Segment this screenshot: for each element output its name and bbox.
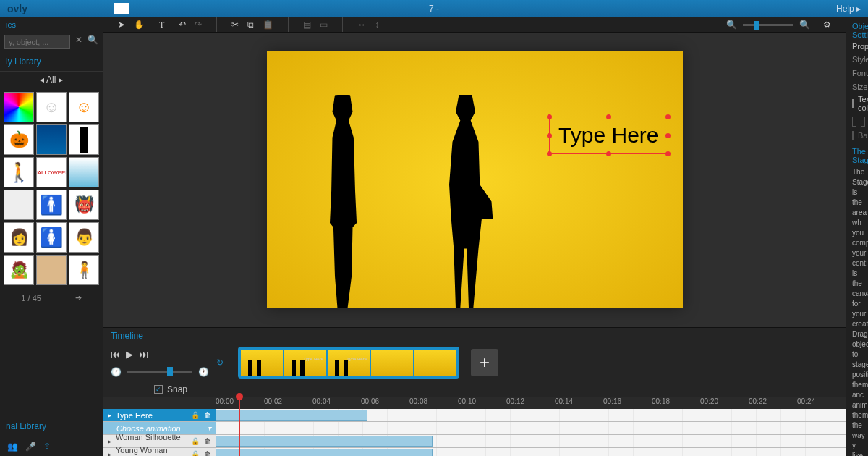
style-label: Style: bbox=[852, 55, 868, 64]
top-bar: ovly 7 - Help ▸ bbox=[0, 0, 868, 17]
textcolor-checkbox[interactable] bbox=[852, 99, 854, 108]
align-icon[interactable]: ▤ bbox=[303, 20, 311, 30]
clear-icon[interactable]: ✕ bbox=[73, 35, 85, 49]
arrange-v-icon[interactable]: ↕ bbox=[375, 20, 379, 30]
align-center-button[interactable] bbox=[861, 117, 865, 127]
thumb-item[interactable] bbox=[36, 124, 67, 155]
stage-help-text: The Stage is the area wh you compose you… bbox=[852, 167, 862, 456]
ruler-tick: 00:08 bbox=[409, 397, 458, 409]
left-panel: ies ✕ 🔍 ly Library ◂ All ▸ ☺ ☺ 🎃 🚶 HALLO… bbox=[0, 17, 103, 456]
track-list: ▸Type Here🔒🗑Choose animation▾▸Woman Silh… bbox=[103, 409, 846, 456]
ruler-tick: 00:04 bbox=[312, 397, 361, 409]
redo-icon[interactable]: ↷ bbox=[195, 20, 202, 30]
thumb-item[interactable]: 👩 bbox=[4, 222, 34, 253]
personal-library-title[interactable]: nal Library bbox=[0, 415, 103, 437]
thumb-item[interactable] bbox=[69, 124, 99, 155]
timeline-zoom-slider[interactable] bbox=[127, 371, 192, 373]
ruler-tick: 00:18 bbox=[652, 397, 700, 409]
thumb-item[interactable]: 🚹 bbox=[36, 190, 67, 220]
zoom-in-icon[interactable]: 🔍 bbox=[799, 20, 810, 30]
app-logo: ovly bbox=[7, 3, 27, 14]
stage-help-title: The Stage bbox=[852, 147, 862, 164]
thumb-item[interactable]: 👹 bbox=[69, 190, 99, 220]
clock-icon: 🕐 bbox=[198, 367, 209, 377]
background-checkbox[interactable] bbox=[852, 131, 854, 140]
font-label: Font: bbox=[852, 69, 868, 77]
audio-icon[interactable]: 🎤 bbox=[25, 442, 36, 452]
forward-icon[interactable]: ⏭ bbox=[139, 349, 148, 360]
rewind-icon[interactable]: ⏮ bbox=[111, 349, 120, 360]
woman-silhouette-1[interactable] bbox=[318, 95, 368, 308]
thumb-item[interactable]: 🧍 bbox=[69, 255, 99, 285]
timeline-track[interactable]: ▸Young Woman Silho.🔒🗑 bbox=[103, 448, 846, 456]
time-ruler[interactable]: 00:0000:0200:0400:0600:0800:1000:1200:14… bbox=[103, 397, 846, 409]
thumbnail-grid: ☺ ☺ 🎃 🚶 HALLOWEEN 🚹 👹 👩 🚺 👨 🧟 🧍 bbox=[0, 88, 103, 289]
search-icon[interactable]: 🔍 bbox=[88, 35, 98, 49]
ruler-tick: 00:12 bbox=[506, 397, 555, 409]
snap-label: Snap bbox=[167, 384, 187, 394]
ruler-tick: 00:22 bbox=[749, 397, 797, 409]
pager: 1 / 45 ➔ bbox=[0, 289, 103, 307]
toolbar: ➤ ✋ T ↶ ↷ ✂ ⧉ 📋 ▤ ▭ ↔ ↕ bbox=[103, 17, 846, 33]
woman-silhouette-2[interactable] bbox=[433, 95, 498, 308]
paste-icon[interactable]: 📋 bbox=[263, 20, 273, 30]
arrange-h-icon[interactable]: ↔ bbox=[357, 20, 366, 30]
properties-label: Properties bbox=[852, 42, 862, 51]
thumb-item[interactable] bbox=[4, 92, 34, 122]
thumb-item[interactable]: ☺ bbox=[69, 92, 99, 122]
upload-icon[interactable]: ⇪ bbox=[43, 442, 51, 452]
timeline-panel: Timeline ⏮ ▶ ⏭ 🕐 🕐 ↻ bbox=[103, 327, 846, 456]
hand-icon[interactable]: ✋ bbox=[134, 20, 145, 30]
frame-thumb[interactable] bbox=[241, 350, 283, 376]
timeline-track[interactable]: ▸Type Here🔒🗑 bbox=[103, 409, 846, 422]
copy-icon[interactable]: ⧉ bbox=[247, 20, 254, 30]
save-icon[interactable] bbox=[114, 3, 129, 14]
add-frame-button[interactable]: + bbox=[471, 349, 498, 376]
undo-icon[interactable]: ↶ bbox=[179, 20, 186, 30]
ruler-tick: 00:20 bbox=[700, 397, 749, 409]
timeline-track[interactable]: ▸Woman Silhouette ...🔒🗑 bbox=[103, 435, 846, 448]
ruler-tick: 00:24 bbox=[797, 397, 846, 409]
thumb-item[interactable] bbox=[4, 190, 34, 220]
thumb-item[interactable] bbox=[69, 157, 99, 187]
snap-checkbox[interactable]: ✓ bbox=[154, 385, 163, 394]
thumb-item[interactable]: 🚺 bbox=[36, 222, 67, 253]
frame-thumb[interactable]: Type Here bbox=[328, 350, 370, 376]
frame-thumb[interactable]: Type Here bbox=[284, 350, 326, 376]
align-left-button[interactable] bbox=[852, 117, 856, 127]
frame-thumb[interactable] bbox=[414, 350, 456, 376]
thumb-item[interactable]: HALLOWEEN bbox=[36, 157, 67, 187]
panel-tab[interactable]: ies bbox=[0, 17, 103, 32]
settings-icon[interactable]: ⚙ bbox=[823, 20, 831, 30]
thumb-item[interactable]: 🎃 bbox=[4, 124, 34, 155]
ruler-tick: 00:02 bbox=[264, 397, 312, 409]
zoom-slider[interactable] bbox=[743, 24, 793, 26]
object-settings-title: Object Settings bbox=[852, 22, 862, 39]
filter-dropdown[interactable]: ◂ All ▸ bbox=[0, 71, 103, 88]
play-icon[interactable]: ▶ bbox=[126, 349, 133, 360]
background-label: Background bbox=[858, 131, 868, 140]
right-panel: Object Settings Properties Style: B I U … bbox=[846, 17, 868, 456]
canvas[interactable]: Type Here bbox=[267, 51, 683, 308]
playhead[interactable] bbox=[239, 397, 240, 456]
text-tool-icon[interactable]: T bbox=[159, 20, 164, 30]
zoom-out-icon[interactable]: 🔍 bbox=[726, 20, 737, 30]
help-link[interactable]: Help ▸ bbox=[836, 4, 861, 14]
people-icon[interactable]: 👥 bbox=[7, 442, 18, 452]
thumb-item[interactable]: 🚶 bbox=[4, 157, 34, 187]
loop-icon[interactable]: ↻ bbox=[216, 358, 224, 368]
thumb-item[interactable]: 🧟 bbox=[4, 255, 34, 285]
thumb-item[interactable]: 👨 bbox=[69, 222, 99, 253]
thumb-item[interactable]: ☺ bbox=[36, 92, 67, 122]
next-page-icon[interactable]: ➔ bbox=[75, 293, 82, 303]
text-object[interactable]: Type Here bbox=[549, 117, 668, 154]
frame-thumb[interactable] bbox=[371, 350, 413, 376]
pointer-icon[interactable]: ➤ bbox=[118, 20, 125, 30]
thumb-item[interactable] bbox=[36, 255, 67, 285]
cut-icon[interactable]: ✂ bbox=[231, 20, 239, 30]
timeline-track[interactable]: Choose animation▾ bbox=[103, 422, 846, 435]
layer-icon[interactable]: ▭ bbox=[320, 20, 328, 30]
search-input[interactable] bbox=[4, 35, 70, 49]
stage[interactable]: Type Here bbox=[103, 33, 846, 327]
timeline-title: Timeline bbox=[103, 328, 846, 344]
